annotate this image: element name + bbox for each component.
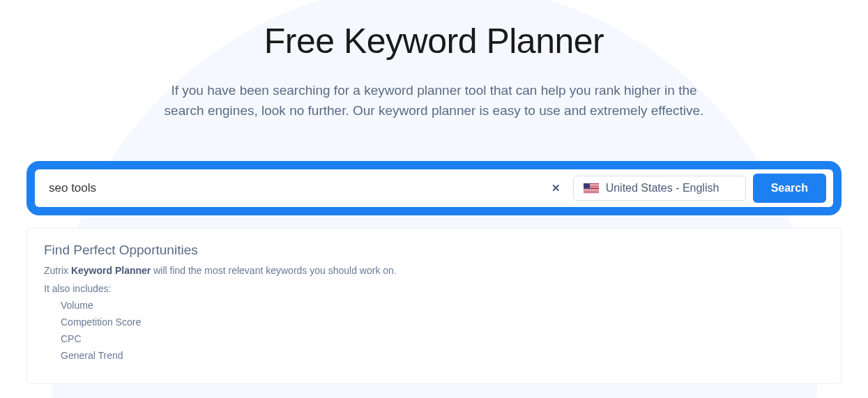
info-panel: Find Perfect Opportunities Zutrix Keywor… — [26, 228, 842, 384]
list-item: CPC — [61, 333, 824, 344]
locale-label: United States - English — [606, 182, 719, 194]
brand-prefix: Zutrix — [44, 265, 71, 276]
brand-name: Keyword Planner — [71, 265, 151, 276]
info-heading: Find Perfect Opportunities — [44, 243, 824, 258]
brand-suffix: will find the most relevant keywords you… — [151, 265, 397, 276]
clear-icon[interactable]: ✕ — [546, 179, 566, 197]
info-description: Zutrix Keyword Planner will find the mos… — [44, 265, 824, 276]
search-container: ✕ United States - English Search — [26, 161, 842, 215]
list-item: Competition Score — [61, 316, 824, 328]
includes-label: It also includes: — [44, 283, 824, 294]
page-title: Free Keyword Planner — [0, 21, 868, 61]
keyword-input[interactable] — [49, 174, 539, 202]
flag-us-icon — [584, 183, 599, 193]
list-item: General Trend — [61, 350, 824, 361]
list-item: Volume — [61, 300, 824, 311]
includes-list: Volume Competition Score CPC General Tre… — [44, 300, 824, 361]
search-bar: ✕ United States - English Search — [35, 169, 833, 207]
page-subtitle: If you have been searching for a keyword… — [159, 81, 710, 121]
search-button[interactable]: Search — [753, 174, 826, 203]
locale-selector[interactable]: United States - English — [573, 176, 746, 201]
